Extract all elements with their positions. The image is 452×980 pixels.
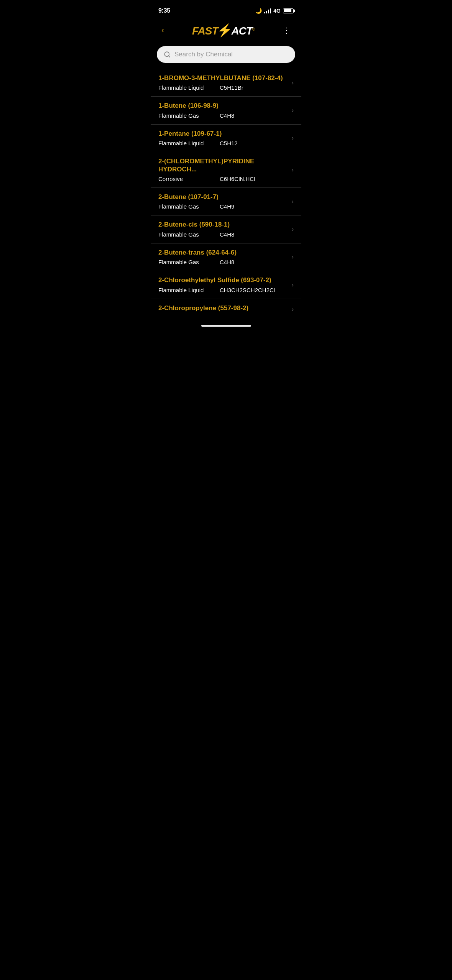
chemical-formula: C5H11Br: [220, 84, 243, 91]
search-bar[interactable]: Search by Chemical: [157, 46, 295, 63]
chemical-type: Flammable Liquid: [158, 84, 220, 91]
chemical-type: Flammable Gas: [158, 259, 220, 265]
chemical-details: Flammable LiquidCH3CH2SCH2CH2Cl: [158, 287, 287, 293]
search-icon: [164, 51, 171, 58]
chemical-formula: CH3CH2SCH2CH2Cl: [220, 287, 275, 293]
chemical-info: 2-Butene (107-01-7)Flammable GasC4H9: [158, 193, 292, 210]
chemical-details: Flammable GasC4H9: [158, 203, 287, 210]
chevron-right-icon: ›: [292, 107, 294, 114]
home-bar: [201, 325, 251, 327]
chevron-right-icon: ›: [292, 166, 294, 173]
search-container: Search by Chemical: [151, 43, 301, 69]
logo-lightning-icon: ⚡: [217, 23, 232, 37]
chemical-formula: C4H8: [220, 112, 234, 119]
chemical-name: 2-(CHLOROMETHYL)PYRIDINE HYDROCH...: [158, 158, 287, 173]
chemical-details: CorrosiveC6H6ClN.HCl: [158, 176, 287, 182]
chevron-right-icon: ›: [292, 281, 294, 288]
chemical-type: Corrosive: [158, 176, 220, 182]
chevron-right-icon: ›: [292, 198, 294, 205]
chemical-type: Flammable Gas: [158, 112, 220, 119]
chevron-right-icon: ›: [292, 306, 294, 313]
chemical-type: Flammable Liquid: [158, 287, 220, 293]
chemical-details: Flammable LiquidC5H11Br: [158, 84, 287, 91]
chemical-name: 2-Butene-trans (624-64-6): [158, 249, 287, 257]
chemical-name: 1-Butene (106-98-9): [158, 102, 287, 110]
list-item[interactable]: 2-(CHLOROMETHYL)PYRIDINE HYDROCH...Corro…: [151, 152, 301, 188]
more-options-button[interactable]: ⋮: [279, 24, 294, 36]
chevron-right-icon: ›: [292, 79, 294, 86]
search-input[interactable]: Search by Chemical: [174, 51, 233, 58]
chemical-name: 2-Butene-cis (590-18-1): [158, 221, 287, 229]
chemical-info: 1-Pentane (109-67-1)Flammable LiquidC5H1…: [158, 130, 292, 146]
battery-icon: [283, 8, 294, 13]
chevron-right-icon: ›: [292, 135, 294, 141]
home-indicator: [151, 320, 301, 330]
chemical-formula: C4H8: [220, 231, 234, 238]
chemical-formula: C6H6ClN.HCl: [220, 176, 255, 182]
chemical-formula: C4H9: [220, 203, 234, 210]
chemical-details: Flammable GasC4H8: [158, 259, 287, 265]
chemical-info: 2-Butene-cis (590-18-1)Flammable GasC4H8: [158, 221, 292, 237]
chemical-info: 1-BROMO-3-METHYLBUTANE (107-82-4)Flammab…: [158, 74, 292, 91]
moon-icon: 🌙: [255, 8, 262, 14]
chemical-formula: C5H12: [220, 140, 238, 146]
logo-fast-text: FAST: [192, 25, 218, 37]
chemical-type: Flammable Gas: [158, 203, 220, 210]
chemical-details: Flammable LiquidC5H12: [158, 140, 287, 146]
list-item[interactable]: 2-Butene (107-01-7)Flammable GasC4H9›: [151, 188, 301, 215]
chemical-list: 1-BROMO-3-METHYLBUTANE (107-82-4)Flammab…: [151, 69, 301, 320]
list-item[interactable]: 2-Chloroethylethyl Sulfide (693-07-2)Fla…: [151, 271, 301, 299]
status-time: 9:35: [158, 7, 170, 14]
chemical-name: 2-Butene (107-01-7): [158, 193, 287, 201]
chevron-right-icon: ›: [292, 226, 294, 233]
back-button[interactable]: ‹: [158, 24, 167, 37]
app-logo: FAST⚡ACT®: [192, 23, 255, 38]
chemical-info: 2-(CHLOROMETHYL)PYRIDINE HYDROCH...Corro…: [158, 158, 292, 182]
chemical-formula: C4H8: [220, 259, 234, 265]
network-label: 4G: [273, 8, 281, 14]
svg-line-1: [168, 56, 169, 57]
logo-registered-icon: ®: [252, 27, 255, 31]
chemical-name: 2-Chloroethylethyl Sulfide (693-07-2): [158, 276, 287, 284]
chemical-info: 2-Butene-trans (624-64-6)Flammable GasC4…: [158, 249, 292, 265]
list-item[interactable]: 2-Butene-cis (590-18-1)Flammable GasC4H8…: [151, 215, 301, 243]
list-item[interactable]: 1-Butene (106-98-9)Flammable GasC4H8›: [151, 97, 301, 124]
chemical-name: 1-Pentane (109-67-1): [158, 130, 287, 138]
chemical-details: Flammable GasC4H8: [158, 112, 287, 119]
chemical-info: 1-Butene (106-98-9)Flammable GasC4H8: [158, 102, 292, 118]
chemical-info: 2-Chloroethylethyl Sulfide (693-07-2)Fla…: [158, 276, 292, 293]
chemical-details: Flammable GasC4H8: [158, 231, 287, 238]
signal-icon: [264, 8, 271, 13]
chemical-name: 2-Chloropropylene (557-98-2): [158, 304, 287, 312]
status-bar: 9:35 🌙 4G: [151, 0, 301, 19]
list-item[interactable]: 1-Pentane (109-67-1)Flammable LiquidC5H1…: [151, 125, 301, 152]
chemical-info: 2-Chloropropylene (557-98-2): [158, 304, 292, 314]
chemical-name: 1-BROMO-3-METHYLBUTANE (107-82-4): [158, 74, 287, 82]
list-item[interactable]: 1-BROMO-3-METHYLBUTANE (107-82-4)Flammab…: [151, 69, 301, 97]
nav-header: ‹ FAST⚡ACT® ⋮: [151, 19, 301, 43]
logo-act-text: ACT: [231, 25, 252, 37]
chemical-type: Flammable Liquid: [158, 140, 220, 146]
chevron-right-icon: ›: [292, 253, 294, 260]
chemical-type: Flammable Gas: [158, 231, 220, 238]
status-icons: 🌙 4G: [255, 8, 294, 14]
list-item[interactable]: 2-Butene-trans (624-64-6)Flammable GasC4…: [151, 243, 301, 271]
list-item[interactable]: 2-Chloropropylene (557-98-2)›: [151, 299, 301, 320]
